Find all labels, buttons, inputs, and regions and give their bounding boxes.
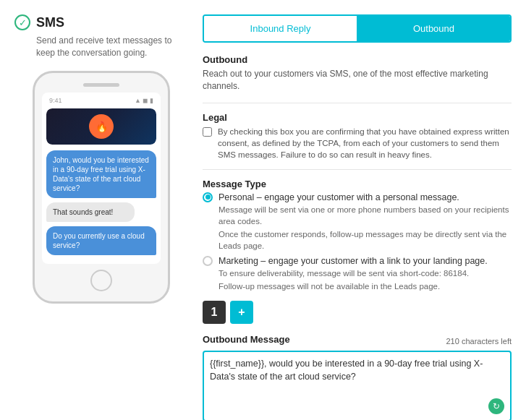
sms-header: ✓ SMS [14,14,188,30]
left-panel: ✓ SMS Send and receive text messages to … [14,14,188,420]
radio-marketing: Marketing – engage your customer with a … [203,256,512,292]
divider-2 [203,169,512,170]
sms-description: Send and receive text messages to keep t… [36,35,188,59]
message-textarea[interactable] [210,358,504,412]
phone-screen: 9:41 ▲ ◼ ▮ 🔥 John, would you be interest… [42,93,161,264]
chat-bubble-incoming: That sounds great! [46,202,135,222]
radio-personal-sub1: Message will be sent via one or more pho… [219,204,512,227]
outbound-title: Outbound [203,54,512,65]
chars-left: 210 characters left [446,337,512,346]
legal-checkbox[interactable] [203,127,212,137]
radio-marketing-sub2: Follow-up messages will not be available… [219,280,512,292]
legal-checkbox-row: By checking this box you are confirming … [203,126,512,160]
phone-time: 9:41 [49,97,62,104]
radio-personal-row[interactable]: Personal – engage your customer with a p… [203,192,512,202]
radio-marketing-sub1: To ensure deliverability, message will b… [219,267,512,279]
outbound-message-header: Outbound Message 210 characters left [203,334,512,348]
check-icon: ✓ [14,14,30,30]
message-image-header: 🔥 [46,108,156,145]
sms-title: SMS [36,15,64,30]
phone-mockup: 9:41 ▲ ◼ ▮ 🔥 John, would you be interest… [33,71,170,304]
tab-outbound[interactable]: Outbound [357,16,510,41]
message-image: 🔥 [46,108,156,145]
legal-text: By checking this box you are confirming … [218,126,512,160]
phone-speaker [83,83,119,87]
radio-marketing-row[interactable]: Marketing – engage your customer with a … [203,256,512,266]
outbound-description: Reach out to your customers via SMS, one… [203,68,512,93]
radio-personal-label: Personal – engage your customer with a p… [219,192,459,202]
radio-personal-button[interactable] [203,192,213,202]
radio-personal: Personal – engage your customer with a p… [203,192,512,252]
tab-inbound-reply[interactable]: Inbound Reply [204,16,357,41]
phone-status-bar: 9:41 ▲ ◼ ▮ [46,97,156,104]
image-placeholder: 🔥 [89,114,114,139]
right-panel: Inbound Reply Outbound Outbound Reach ou… [203,14,512,420]
message-type-section: Message Type Personal – engage your cust… [203,179,512,293]
chat-bubble-outgoing-2: Do you currently use a cloud service? [46,226,156,255]
outbound-message-section: Outbound Message 210 characters left ↻ [203,334,512,420]
legal-section: Legal By checking this box you are confi… [203,112,512,160]
legal-title: Legal [203,112,512,123]
phone-icons: ▲ ◼ ▮ [135,97,153,104]
counter-section: 1 + [203,301,512,324]
counter-add-button[interactable]: + [230,301,253,324]
message-type-title: Message Type [203,179,512,189]
radio-personal-sub2: Once the customer responds, follow-up me… [219,228,512,252]
radio-personal-inner [205,194,211,200]
radio-marketing-label: Marketing – engage your customer with a … [219,256,488,266]
phone-home-button [90,270,112,291]
chat-bubble-outgoing-1: John, would you be interested in a 90-da… [46,150,156,198]
radio-marketing-button[interactable] [203,256,213,266]
divider-1 [203,103,512,103]
message-textarea-wrapper: ↻ [203,351,512,420]
tabs-container: Inbound Reply Outbound [203,14,512,43]
counter-value-button[interactable]: 1 [203,301,226,324]
outbound-message-title: Outbound Message [203,334,290,345]
